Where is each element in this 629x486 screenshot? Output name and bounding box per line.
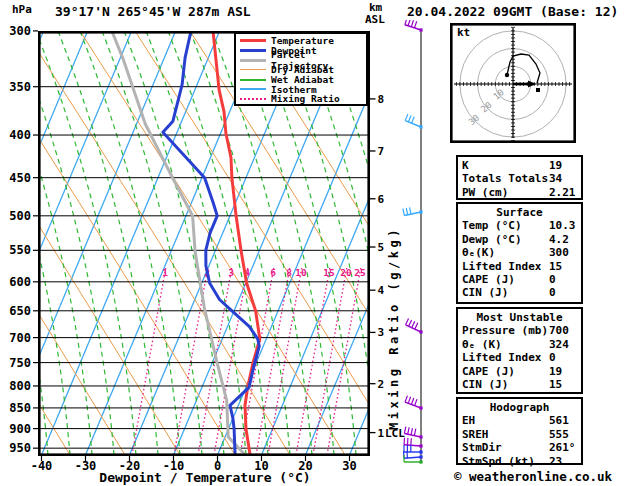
table-row: CAPE (J)19 bbox=[458, 365, 581, 378]
wet-adiabat-line bbox=[58, 31, 158, 455]
row-value: 700 bbox=[549, 324, 569, 337]
hodograph-dot-marker bbox=[505, 73, 509, 77]
table-row: Lifted Index15 bbox=[458, 260, 581, 273]
pressure-tick-label: 450 bbox=[9, 171, 31, 185]
row-value: 34 bbox=[549, 172, 562, 185]
row-value: 10.3 bbox=[549, 219, 576, 232]
legend: TemperatureDewpointParcel TrajectoryDry … bbox=[234, 32, 368, 106]
mixing-ratio-line bbox=[313, 268, 347, 455]
km-tick-label: 2 bbox=[378, 378, 385, 391]
table-row: EH561 bbox=[458, 414, 581, 427]
mixing-ratio-label: 6 bbox=[270, 267, 276, 278]
km-tick-label: 8 bbox=[378, 93, 385, 106]
table-row: StmDir261° bbox=[458, 441, 581, 454]
table-indices: K19Totals Totals34PW (cm)2.21 bbox=[456, 155, 583, 200]
storm-motion-arrowhead bbox=[528, 81, 536, 88]
pressure-tick-label: 300 bbox=[9, 24, 31, 38]
table-most-unstable: Most UnstablePressure (mb)700θₑ (K)324Li… bbox=[456, 307, 583, 394]
mixing-ratio-label: 1 bbox=[162, 267, 168, 278]
table-row: PW (cm)2.21 bbox=[458, 186, 581, 199]
legend-swatch bbox=[240, 49, 266, 52]
wind-barb bbox=[403, 207, 423, 215]
mixing-ratio-label: 25 bbox=[354, 267, 366, 278]
row-value: 0 bbox=[549, 286, 556, 299]
row-label: EH bbox=[462, 414, 475, 427]
row-value: 300 bbox=[549, 246, 569, 259]
row-label: StmSpd (kt) bbox=[462, 455, 535, 468]
row-label: K bbox=[462, 159, 469, 172]
pressure-tick-label: 800 bbox=[9, 379, 31, 393]
pressure-tick-label: 500 bbox=[9, 209, 31, 223]
hodograph-square-marker bbox=[536, 88, 540, 92]
table-title: Hodograph bbox=[458, 401, 581, 414]
table-hodograph: HodographEH561SREH555StmDir261°StmSpd (k… bbox=[456, 397, 583, 465]
table-row: θₑ(K)300 bbox=[458, 246, 581, 259]
row-label: StmDir bbox=[462, 441, 502, 454]
mixing-ratio-label: 10 bbox=[295, 267, 307, 278]
datetime-title: 20.04.2022 09GMT (Base: 12) bbox=[407, 4, 618, 19]
table-row: Temp (°C)10.3 bbox=[458, 219, 581, 232]
row-label: Lifted Index bbox=[462, 260, 541, 273]
pressure-tick-label: 700 bbox=[9, 331, 31, 345]
wind-barb bbox=[405, 114, 422, 128]
row-value: 23 bbox=[549, 455, 562, 468]
mixing-ratio-label: 15 bbox=[323, 267, 335, 278]
mixing-ratio-label: 20 bbox=[340, 267, 352, 278]
table-row: CIN (J)0 bbox=[458, 286, 581, 299]
legend-swatch bbox=[240, 98, 266, 100]
km-tick-label: 6 bbox=[378, 193, 385, 206]
skewt-sounding-page: 1234681015202530035040045050055060065070… bbox=[0, 0, 629, 486]
mixing-ratio-label: 8 bbox=[286, 267, 292, 278]
wind-barb bbox=[404, 427, 422, 439]
legend-swatch bbox=[240, 69, 266, 70]
legend-swatch bbox=[240, 79, 266, 81]
copyright: © weatheronline.co.uk bbox=[454, 469, 612, 484]
mixing-ratio-label: 3 bbox=[228, 267, 234, 278]
row-value: 555 bbox=[549, 428, 569, 441]
mixing-ratio-line bbox=[132, 268, 166, 455]
row-label: θₑ (K) bbox=[462, 338, 502, 351]
row-label: SREH bbox=[462, 428, 489, 441]
wind-barb bbox=[406, 318, 423, 333]
table-row: Lifted Index0 bbox=[458, 351, 581, 364]
pressure-tick-label: 650 bbox=[9, 304, 31, 318]
row-label: CIN (J) bbox=[462, 286, 508, 299]
table-row: CAPE (J)0 bbox=[458, 273, 581, 286]
row-label: Pressure (mb) bbox=[462, 324, 548, 337]
table-title: Most Unstable bbox=[458, 311, 581, 324]
legend-swatch bbox=[240, 88, 266, 90]
row-label: θₑ(K) bbox=[462, 246, 495, 259]
km-tick-label: 1 bbox=[378, 427, 385, 440]
km-tick-label: 7 bbox=[378, 145, 385, 158]
hodograph-trace bbox=[507, 54, 540, 83]
hodograph-unit-label: kt bbox=[457, 26, 470, 39]
pressure-tick-label: 950 bbox=[9, 441, 31, 455]
table-title: Surface bbox=[458, 206, 581, 219]
x-axis-label: Dewpoint / Temperature (°C) bbox=[38, 470, 372, 485]
pressure-tick-label: 900 bbox=[9, 422, 31, 436]
pressure-tick-label: 600 bbox=[9, 275, 31, 289]
station-title: 39°17'N 265°45'W 287m ASL bbox=[55, 4, 251, 19]
table-row: Dewp (°C)4.2 bbox=[458, 233, 581, 246]
legend-label: Mixing Ratio bbox=[271, 93, 340, 104]
pressure-tick-label: 850 bbox=[9, 401, 31, 415]
mixing-ratio-axis-label: Mixing Ratio (g/kg) bbox=[387, 226, 401, 430]
wind-barb bbox=[405, 396, 423, 410]
row-value: 324 bbox=[549, 338, 569, 351]
table-row: Totals Totals34 bbox=[458, 172, 581, 185]
pressure-tick-label: 550 bbox=[9, 243, 31, 257]
row-value: 0 bbox=[549, 351, 556, 364]
table-row: K19 bbox=[458, 159, 581, 172]
pressure-tick-label: 400 bbox=[9, 128, 31, 142]
row-label: CAPE (J) bbox=[462, 273, 515, 286]
table-row: Pressure (mb)700 bbox=[458, 324, 581, 337]
row-value: 15 bbox=[549, 260, 562, 273]
hodograph-panel: 102030 bbox=[450, 23, 576, 143]
isotherm-line bbox=[42, 31, 220, 455]
row-value: 15 bbox=[549, 378, 562, 391]
row-label: CAPE (J) bbox=[462, 365, 515, 378]
table-row: CIN (J)15 bbox=[458, 378, 581, 391]
row-label: Lifted Index bbox=[462, 351, 541, 364]
km-tick-label: 5 bbox=[378, 241, 385, 254]
pressure-axis-unit: hPa bbox=[12, 3, 32, 16]
